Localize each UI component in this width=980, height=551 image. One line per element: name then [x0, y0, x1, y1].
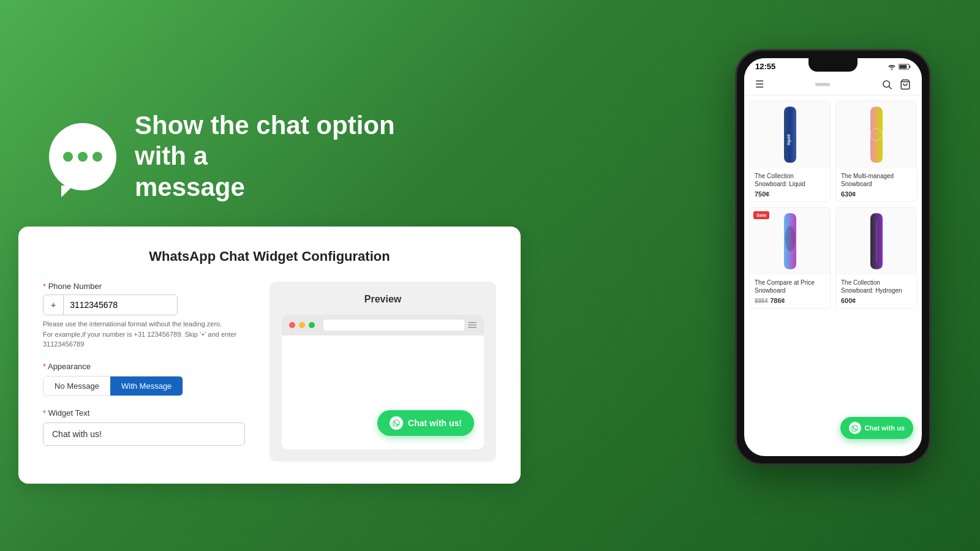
- browser-preview: Chat with us!: [282, 315, 484, 449]
- form-section: * Phone Number + Please use the internat…: [43, 282, 496, 462]
- product-card-3: Sale: [749, 207, 831, 309]
- snowboard-svg-1: liquid: [780, 104, 801, 165]
- appearance-label: * Appearance: [43, 362, 245, 371]
- phone-store-content: liquid The Collection Snowboard: Liquid …: [744, 96, 922, 435]
- hero-text: Show the chat option with a message: [135, 110, 417, 203]
- snowboard-svg-4: [866, 211, 887, 272]
- phone-mockup: 12:55 ☰: [735, 49, 931, 465]
- with-message-btn[interactable]: With Message: [110, 377, 183, 395]
- battery-icon: [899, 63, 911, 70]
- product-image-4: [836, 208, 916, 275]
- product-grid: liquid The Collection Snowboard: Liquid …: [749, 100, 917, 309]
- hamburger-icon: ☰: [755, 78, 764, 90]
- browser-bar: [282, 315, 484, 335]
- phone-status-icons: [888, 63, 911, 70]
- svg-rect-7: [815, 83, 830, 86]
- product-image-2: [836, 101, 916, 168]
- svg-rect-1: [468, 324, 477, 326]
- svg-rect-13: [870, 107, 883, 163]
- product-price-4: 600¢: [841, 297, 911, 304]
- config-title: WhatsApp Chat Widget Configuration: [43, 249, 496, 264]
- no-message-btn[interactable]: No Message: [43, 377, 110, 395]
- toggle-buttons: No Message With Message: [43, 376, 183, 396]
- phone-chat-button[interactable]: Chat with us: [840, 417, 913, 439]
- browser-url: [323, 320, 464, 331]
- phone-chat-button-text: Chat with us: [865, 424, 905, 432]
- product-price-3: 886¢786¢: [755, 297, 825, 304]
- phone-screen: 12:55 ☰: [744, 58, 922, 456]
- phone-nav-icons: [881, 79, 911, 90]
- form-right: Preview: [270, 282, 496, 462]
- phone-time: 12:55: [755, 62, 775, 71]
- chat-bubble-icon: [49, 123, 116, 190]
- product-info-1: The Collection Snowboard: Liquid 750¢: [750, 168, 830, 201]
- product-name-2: The Multi-managed Snowboard: [841, 172, 911, 188]
- widget-text-section: * Widget Text: [43, 408, 245, 446]
- phone-notch: [809, 58, 858, 72]
- browser-dot-yellow: [299, 322, 305, 328]
- dots-container: [63, 152, 102, 162]
- hero-title-line2: message: [135, 173, 245, 201]
- appearance-section: * Appearance No Message With Message: [43, 362, 245, 396]
- phone-field-label: * Phone Number: [43, 282, 245, 291]
- svg-point-3: [891, 68, 892, 69]
- product-name-4: The Collection Snowboard: Hydrogen: [841, 279, 911, 294]
- svg-point-8: [883, 81, 890, 88]
- hero-section: Show the chat option with a message: [49, 110, 417, 203]
- wifi-icon: [888, 63, 896, 70]
- config-card: WhatsApp Chat Widget Configuration * Pho…: [18, 227, 521, 484]
- browser-dot-red: [289, 322, 295, 328]
- widget-text-label: * Widget Text: [43, 408, 245, 418]
- svg-text:liquid: liquid: [786, 134, 791, 145]
- product-card-2: The Multi-managed Snowboard 630¢: [835, 100, 917, 202]
- product-info-3: The Compare at Price Snowboard 886¢786¢: [750, 275, 830, 308]
- chat-button-preview[interactable]: Chat with us!: [377, 410, 474, 436]
- dot-1: [63, 152, 73, 162]
- svg-rect-2: [468, 327, 477, 328]
- old-price-3: 886¢: [755, 298, 768, 304]
- browser-content: Chat with us!: [282, 335, 484, 446]
- dot-3: [92, 152, 102, 162]
- phone-nav-bar: ☰: [744, 73, 922, 96]
- product-card-1: liquid The Collection Snowboard: Liquid …: [749, 100, 831, 202]
- svg-rect-6: [899, 65, 907, 68]
- chat-button-preview-text: Chat with us!: [408, 418, 462, 428]
- sale-badge-3: Sale: [753, 211, 769, 219]
- browser-dot-green: [309, 322, 315, 328]
- phone-help: Please use the international format with…: [43, 319, 245, 350]
- snowboard-svg-3: [780, 211, 801, 272]
- product-name-1: The Collection Snowboard: Liquid: [755, 172, 825, 188]
- snowboard-svg-2: [866, 104, 887, 165]
- hero-title-line1: Show the chat option with a: [135, 111, 395, 170]
- product-info-2: The Multi-managed Snowboard 630¢: [836, 168, 916, 201]
- svg-line-9: [889, 86, 891, 89]
- browser-menu-icon: [468, 321, 477, 329]
- product-info-4: The Collection Snowboard: Hydrogen 600¢: [836, 275, 916, 308]
- search-icon: [881, 79, 892, 90]
- phone-input-row: +: [43, 294, 178, 315]
- product-image-1: liquid: [750, 101, 830, 168]
- product-card-4: The Collection Snowboard: Hydrogen 600¢: [835, 207, 917, 309]
- svg-rect-0: [468, 322, 477, 323]
- phone-prefix: +: [43, 295, 64, 315]
- widget-text-input[interactable]: [43, 422, 245, 446]
- phone-whatsapp-icon: [849, 422, 861, 434]
- whatsapp-icon-small: [390, 416, 403, 430]
- svg-point-16: [785, 226, 795, 252]
- cart-icon: [900, 79, 911, 90]
- product-price-1: 750¢: [755, 190, 825, 198]
- product-name-3: The Compare at Price Snowboard: [755, 279, 825, 294]
- product-price-2: 630¢: [841, 190, 911, 198]
- svg-rect-5: [910, 66, 911, 68]
- dot-2: [78, 152, 88, 162]
- preview-label: Preview: [282, 294, 484, 305]
- phone-input[interactable]: [64, 295, 162, 315]
- store-logo: [804, 80, 841, 89]
- form-left: * Phone Number + Please use the internat…: [43, 282, 245, 462]
